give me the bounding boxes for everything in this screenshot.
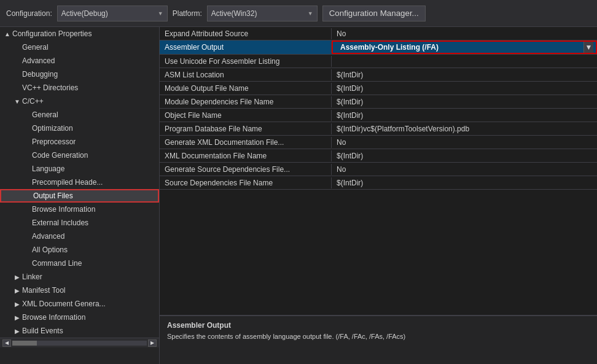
scroll-track[interactable]: [12, 341, 147, 346]
tree-item-vc-dirs[interactable]: VC++ Directories: [0, 81, 159, 95]
tree-item-advanced[interactable]: Advanced: [0, 54, 159, 68]
tree-item-xmldoc[interactable]: ▶ XML Document Genera...: [0, 297, 159, 311]
tree-item-manifest[interactable]: ▶ Manifest Tool: [0, 284, 159, 297]
tree-label-browse-info: Browse Information: [22, 313, 85, 322]
prop-row-asm-list-loc[interactable]: ASM List Location $(IntDir): [160, 68, 597, 82]
tree-label-cpp-alloptions: All Options: [32, 246, 68, 254]
prop-row-use-unicode[interactable]: Use Unicode For Assembler Listing: [160, 55, 597, 68]
tree-item-cpp-codegen[interactable]: Code Generation: [0, 149, 159, 162]
prop-name-module-output: Module Output File Name: [160, 83, 332, 94]
config-value: Active(Debug): [61, 9, 108, 18]
scroll-left-button[interactable]: ◀: [2, 339, 11, 347]
tree-label-cpp-language: Language: [32, 165, 64, 173]
prop-value-module-output: $(IntDir): [332, 83, 597, 94]
prop-row-pdb-file[interactable]: Program Database File Name $(IntDir)vc$(…: [160, 122, 597, 136]
expand-icon-build-events: ▶: [12, 328, 22, 335]
prop-row-obj-file[interactable]: Object File Name $(IntDir): [160, 109, 597, 122]
tree-label-cpp-codegen: Code Generation: [32, 151, 88, 160]
prop-value-pdb-file: $(IntDir)vc$(PlatformToolsetVersion).pdb: [332, 123, 597, 134]
prop-row-assembler-output[interactable]: Assembler Output Assembly-Only Listing (…: [160, 41, 597, 55]
prop-value-xml-doc-name: $(IntDir): [332, 150, 597, 161]
tree-item-cpp-language[interactable]: Language: [0, 162, 159, 176]
tree-item-general[interactable]: General: [0, 41, 159, 54]
prop-value-src-deps-name: $(IntDir): [332, 177, 597, 188]
tree-item-debugging[interactable]: Debugging: [0, 68, 159, 81]
tree-item-build-events[interactable]: ▶ Build Events: [0, 324, 159, 338]
tree-label-advanced: Advanced: [22, 56, 55, 65]
tree-item-cpp-precompiled[interactable]: Precompiled Heade...: [0, 176, 159, 189]
tree-item-linker[interactable]: ▶ Linker: [0, 270, 159, 284]
prop-value-container-pdb-file: $(IntDir)vc$(PlatformToolsetVersion).pdb: [332, 123, 597, 134]
tree-item-cpp-advanced[interactable]: Advanced: [0, 230, 159, 243]
expand-icon-linker: ▶: [12, 274, 22, 281]
prop-name-src-deps-name: Source Dependencies File Name: [160, 177, 332, 188]
tree-label-cpp-extincludes: External Includes: [32, 219, 88, 227]
assembler-output-dropdown-arrow[interactable]: ▼: [583, 42, 593, 53]
left-panel-scrollbar[interactable]: ◀ ▶: [0, 338, 159, 347]
tree-label-cpp: C/C++: [22, 97, 44, 106]
prop-value-asm-list-loc: $(IntDir): [332, 69, 597, 80]
tree-label-cpp-precompiled: Precompiled Heade...: [32, 178, 103, 187]
prop-row-gen-xml[interactable]: Generate XML Documentation File... No: [160, 136, 597, 149]
main-window: Configuration: Active(Debug) ▼ Platform:…: [0, 0, 597, 364]
tree-label-cpp-browse: Browse Information: [32, 205, 95, 214]
platform-dropdown[interactable]: Active(Win32) ▼: [207, 6, 318, 21]
prop-value-container-module-output: $(IntDir): [332, 83, 597, 94]
prop-name-pdb-file: Program Database File Name: [160, 123, 332, 134]
config-dropdown[interactable]: Active(Debug) ▼: [57, 6, 168, 21]
tree-label-cpp-outputfiles: Output Files: [33, 192, 73, 200]
tree-item-cpp-alloptions[interactable]: All Options: [0, 243, 159, 257]
prop-value-gen-xml: No: [332, 137, 597, 148]
tree-item-cpp[interactable]: ▼ C/C++: [0, 95, 159, 108]
tree-item-cpp-cmdline[interactable]: Command Line: [0, 257, 159, 270]
prop-name-assembler-output: Assembler Output: [160, 42, 332, 53]
prop-value-container-src-deps-name: $(IntDir): [332, 177, 597, 188]
description-title: Assembler Output: [167, 321, 590, 330]
description-panel: Assembler Output Specifies the contents …: [160, 315, 597, 364]
expand-icon-xmldoc: ▶: [12, 301, 22, 308]
tree-label-build-events: Build Events: [22, 327, 63, 335]
platform-dropdown-arrow: ▼: [308, 10, 313, 17]
tree-item-cpp-general[interactable]: General: [0, 108, 159, 122]
expand-icon-browse-info: ▶: [12, 314, 22, 321]
tree-label-cpp-advanced: Advanced: [32, 232, 64, 241]
scroll-thumb: [12, 341, 37, 346]
prop-row-module-output[interactable]: Module Output File Name $(IntDir): [160, 82, 597, 95]
tree-item-cpp-browse[interactable]: Browse Information: [0, 203, 159, 216]
prop-row-module-deps[interactable]: Module Dependencies File Name $(IntDir): [160, 95, 597, 109]
prop-name-gen-src-deps: Generate Source Dependencies File...: [160, 164, 332, 175]
prop-value-container-gen-xml: No: [332, 137, 597, 148]
expand-icon-config-props: ▲: [2, 31, 12, 37]
prop-name-module-deps: Module Dependencies File Name: [160, 96, 332, 107]
config-dropdown-arrow: ▼: [158, 10, 163, 17]
tree-item-cpp-outputfiles[interactable]: Output Files: [0, 189, 159, 203]
tree-label-config-props: Configuration Properties: [12, 29, 92, 38]
left-panel: ▲ Configuration Properties General Advan…: [0, 27, 160, 364]
tree-item-cpp-optimization[interactable]: Optimization: [0, 122, 159, 135]
tree-item-browse-info[interactable]: ▶ Browse Information: [0, 311, 159, 324]
content-area: ▲ Configuration Properties General Advan…: [0, 27, 597, 364]
tree-label-cpp-optimization: Optimization: [32, 124, 73, 133]
prop-value-module-deps: $(IntDir): [332, 96, 597, 107]
prop-name-obj-file: Object File Name: [160, 110, 332, 121]
tree-item-config-props[interactable]: ▲ Configuration Properties: [0, 27, 159, 41]
prop-row-src-deps-name[interactable]: Source Dependencies File Name $(IntDir): [160, 176, 597, 190]
prop-name-expand-attr: Expand Attributed Source: [160, 28, 332, 39]
prop-name-use-unicode: Use Unicode For Assembler Listing: [160, 56, 332, 67]
prop-row-expand-attr[interactable]: Expand Attributed Source No: [160, 27, 597, 41]
properties-table: Expand Attributed Source No Assembler Ou…: [160, 27, 597, 315]
tree-label-vc-dirs: VC++ Directories: [22, 83, 78, 92]
prop-value-container-obj-file: $(IntDir): [332, 110, 597, 121]
prop-row-gen-src-deps[interactable]: Generate Source Dependencies File... No: [160, 163, 597, 176]
tree-item-cpp-extincludes[interactable]: External Includes: [0, 216, 159, 230]
scroll-right-button[interactable]: ▶: [148, 339, 157, 347]
prop-value-assembler-output: Assembly-Only Listing (/FA): [335, 42, 583, 53]
tree-item-cpp-preprocessor[interactable]: Preprocessor: [0, 135, 159, 149]
prop-row-xml-doc-name[interactable]: XML Documentation File Name $(IntDir): [160, 149, 597, 163]
tree-label-debugging: Debugging: [22, 70, 58, 79]
expand-icon-manifest: ▶: [12, 287, 22, 294]
tree-label-xmldoc: XML Document Genera...: [22, 300, 106, 308]
tree-label-cpp-general: General: [32, 110, 58, 119]
config-manager-button[interactable]: Configuration Manager...: [322, 6, 426, 21]
prop-value-gen-src-deps: No: [332, 164, 597, 175]
